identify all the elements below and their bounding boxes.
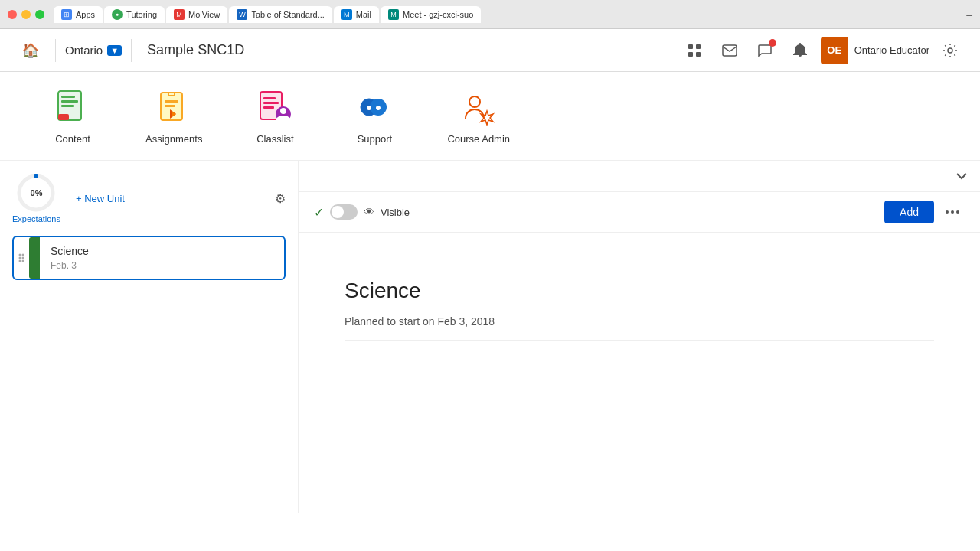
course-title: Sample SNC1D: [147, 42, 244, 58]
settings-icon: [942, 43, 958, 58]
unit-card[interactable]: Science Feb. 3: [12, 236, 286, 280]
svg-point-38: [951, 210, 954, 214]
tool-course-admin[interactable]: Course Admin: [447, 87, 510, 145]
checkmark-icon: ✓: [314, 205, 324, 220]
grid-icon: [687, 43, 702, 58]
top-nav: 🏠 Ontario ▼ Sample SNC1D: [0, 29, 980, 72]
new-unit-button[interactable]: + New Unit: [70, 190, 131, 207]
drag-icon: [18, 252, 24, 264]
tab-bar: ⊞ Apps ● Tutoring M MolView W Table of S…: [54, 6, 957, 23]
molview-favicon: M: [174, 9, 185, 20]
classlist-icon: [255, 87, 295, 127]
sidebar: 0% Expectations + New Unit ⚙: [0, 161, 299, 513]
tool-classlist[interactable]: Classlist: [248, 87, 302, 145]
unit-detail: Science Planned to start on Feb 3, 2018: [299, 233, 980, 371]
main-panel-toolbar: ✓ 👁 Visible Add: [299, 192, 980, 233]
tab-meet-label: Meet - gzj-cxci-suo: [403, 10, 473, 19]
tool-support[interactable]: ● ● Support: [348, 87, 401, 145]
tool-content[interactable]: Content: [46, 87, 100, 145]
mail-favicon: M: [341, 9, 352, 20]
svg-rect-18: [263, 97, 276, 99]
svg-rect-1: [696, 44, 701, 49]
support-label: Support: [358, 133, 393, 145]
svg-point-28: [469, 96, 480, 107]
tool-assignments[interactable]: Assignments: [145, 87, 202, 145]
org-badge[interactable]: ▼: [107, 45, 122, 56]
unit-detail-divider: [345, 340, 934, 341]
grid-icon-button[interactable]: [680, 36, 709, 65]
unit-card-info: Science Feb. 3: [40, 237, 284, 279]
drag-handle[interactable]: [14, 237, 29, 279]
collapse-button[interactable]: [949, 164, 974, 188]
tab-mail[interactable]: M Mail: [334, 6, 379, 23]
tab-tutoring[interactable]: ● Tutoring: [104, 6, 165, 23]
tools-bar: Content Assignments: [0, 72, 980, 161]
svg-rect-11: [59, 115, 68, 119]
chevron-down-icon: [956, 170, 968, 182]
more-options-button[interactable]: [940, 200, 965, 224]
bell-icon-button[interactable]: [786, 36, 815, 65]
org-name: Ontario: [65, 44, 103, 57]
svg-rect-2: [688, 52, 693, 57]
settings-button[interactable]: [936, 36, 965, 65]
tab-molview[interactable]: M MolView: [166, 6, 227, 23]
user-avatar[interactable]: OE: [821, 37, 848, 64]
content-icon: [53, 87, 93, 127]
svg-point-31: [19, 254, 21, 256]
expectations-widget: 0% Expectations: [12, 173, 60, 223]
user-name[interactable]: Ontario Educator: [854, 44, 929, 56]
svg-rect-7: [61, 96, 75, 98]
app-container: 🏠 Ontario ▼ Sample SNC1D: [0, 29, 980, 551]
tab-molview-label: MolView: [188, 10, 220, 19]
unit-title: Science: [51, 245, 273, 257]
sidebar-settings-button[interactable]: ⚙: [275, 191, 286, 206]
tab-standards[interactable]: W Table of Standard...: [229, 6, 332, 23]
sidebar-header: 0% Expectations + New Unit ⚙: [12, 173, 286, 223]
nav-right: OE Ontario Educator: [680, 36, 965, 65]
svg-text:●: ●: [375, 101, 381, 113]
mail-icon: [722, 44, 737, 57]
tab-apps-label: Apps: [76, 10, 95, 19]
chat-icon-button[interactable]: [750, 36, 779, 65]
svg-rect-8: [61, 100, 78, 103]
svg-point-5: [948, 48, 952, 53]
more-icon: [946, 210, 959, 214]
unit-color-bar: [29, 237, 40, 279]
visible-label: Visible: [381, 207, 410, 218]
tutoring-favicon: ●: [112, 9, 122, 20]
content-area: 0% Expectations + New Unit ⚙: [0, 161, 980, 513]
svg-point-32: [22, 254, 24, 256]
minimize-btn[interactable]: [21, 10, 31, 19]
svg-rect-19: [263, 102, 279, 104]
window-minimize-icon[interactable]: –: [966, 8, 972, 21]
svg-rect-14: [165, 105, 175, 107]
org-context[interactable]: Ontario ▼: [65, 44, 122, 57]
tab-apps[interactable]: ⊞ Apps: [54, 6, 103, 23]
unit-date: Feb. 3: [51, 260, 273, 271]
course-admin-icon: [459, 87, 498, 127]
expectations-percent: 0%: [31, 188, 43, 197]
main-panel: ✓ 👁 Visible Add: [299, 161, 980, 513]
assignments-label: Assignments: [145, 133, 202, 145]
svg-rect-4: [723, 45, 737, 56]
close-btn[interactable]: [8, 10, 17, 19]
svg-point-39: [956, 210, 959, 214]
tab-mail-label: Mail: [356, 10, 371, 19]
svg-rect-3: [696, 52, 701, 57]
bell-icon: [793, 43, 807, 58]
maximize-btn[interactable]: [35, 10, 44, 19]
content-label: Content: [55, 133, 90, 145]
standards-favicon: W: [237, 9, 247, 20]
svg-point-37: [946, 210, 949, 214]
svg-point-34: [22, 257, 24, 259]
visible-toggle-switch[interactable]: [330, 204, 358, 220]
tab-tutoring-label: Tutoring: [126, 10, 157, 19]
visible-toggle: ✓ 👁 Visible: [314, 204, 410, 220]
svg-point-35: [19, 260, 21, 262]
toolbar-right: Add: [884, 200, 965, 224]
tab-meet[interactable]: M Meet - gzj-cxci-suo: [381, 6, 481, 23]
svg-rect-20: [263, 106, 274, 109]
mail-icon-button[interactable]: [715, 36, 744, 65]
add-button[interactable]: Add: [884, 201, 934, 223]
home-button[interactable]: 🏠: [15, 35, 46, 66]
